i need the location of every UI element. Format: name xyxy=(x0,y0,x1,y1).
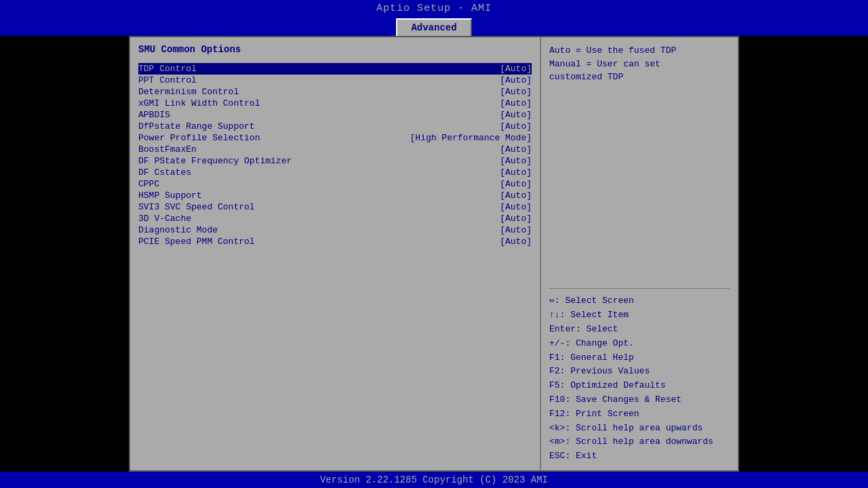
menu-row[interactable]: BoostFmaxEn[Auto] xyxy=(138,144,532,155)
key-help-line: ↑↓: Select Item xyxy=(549,308,730,323)
menu-item-label: PCIE Speed PMM Control xyxy=(138,237,500,247)
key-help-line: ⇔: Select Screen xyxy=(549,294,730,308)
key-help-line: F12: Print Screen xyxy=(549,407,730,422)
menu-row[interactable]: 3D V-Cache[Auto] xyxy=(138,213,532,224)
menu-item-value: [Auto] xyxy=(500,144,532,155)
menu-item-value: [Auto] xyxy=(500,87,532,97)
menu-item-value: [Auto] xyxy=(500,75,532,85)
menu-row[interactable]: PPT Control[Auto] xyxy=(138,75,532,86)
tab-advanced[interactable]: Advanced xyxy=(396,18,471,36)
menu-item-label: PPT Control xyxy=(138,75,500,85)
menu-item-label: DF Cstates xyxy=(138,167,500,178)
menu-item-value: [Auto] xyxy=(500,121,532,131)
help-line: Auto = Use the fused TDP xyxy=(549,44,730,58)
key-help-line: F10: Save Changes & Reset xyxy=(549,393,730,407)
menu-item-label: DF PState Frequency Optimizer xyxy=(138,156,500,166)
menu-item-label: DfPstate Range Support xyxy=(138,121,500,131)
key-help-line: F1: General Help xyxy=(549,351,730,365)
menu-item-label: BoostFmaxEn xyxy=(138,144,500,155)
menu-row[interactable]: HSMP Support[Auto] xyxy=(138,190,532,201)
menu-item-value: [Auto] xyxy=(500,214,532,224)
key-help-line: Enter: Select xyxy=(549,323,730,337)
key-help-line: <k>: Scroll help area upwards xyxy=(549,422,730,436)
menu-item-value: [Auto] xyxy=(500,237,532,247)
menu-row[interactable]: DF PState Frequency Optimizer[Auto] xyxy=(138,155,532,167)
app-title: Aptio Setup - AMI xyxy=(376,3,492,14)
menu-item-value: [Auto] xyxy=(500,64,532,74)
menu-item-label: Determinism Control xyxy=(138,87,500,97)
menu-row[interactable]: Power Profile Selection[High Performance… xyxy=(138,132,532,144)
menu-row[interactable]: PCIE Speed PMM Control[Auto] xyxy=(138,236,532,247)
help-line: customized TDP xyxy=(549,70,730,84)
menu-list: TDP Control[Auto]PPT Control[Auto]Determ… xyxy=(138,63,532,247)
menu-row[interactable]: CPPC[Auto] xyxy=(138,178,532,190)
menu-row[interactable]: xGMI Link Width Control[Auto] xyxy=(138,98,532,109)
menu-row[interactable]: Determinism Control[Auto] xyxy=(138,86,532,98)
help-line: Manual = User can set xyxy=(549,58,730,71)
footer-text: Version 2.22.1285 Copyright (C) 2023 AMI xyxy=(320,474,548,485)
menu-row[interactable]: DF Cstates[Auto] xyxy=(138,167,532,178)
menu-item-label: CPPC xyxy=(138,179,500,189)
key-help-line: <m>: Scroll help area downwards xyxy=(549,435,730,449)
footer: Version 2.22.1285 Copyright (C) 2023 AMI xyxy=(0,472,868,488)
menu-item-value: [Auto] xyxy=(500,190,532,201)
key-help: ⇔: Select Screen↑↓: Select ItemEnter: Se… xyxy=(549,294,730,464)
tab-bar: Advanced xyxy=(0,17,868,36)
menu-item-value: [Auto] xyxy=(500,110,532,120)
menu-item-label: Power Profile Selection xyxy=(138,133,410,143)
section-title: SMU Common Options xyxy=(138,44,532,55)
menu-item-value: [Auto] xyxy=(500,225,532,235)
menu-item-value: [High Performance Mode] xyxy=(410,133,532,143)
menu-row[interactable]: DfPstate Range Support[Auto] xyxy=(138,121,532,132)
title-bar: Aptio Setup - AMI xyxy=(0,0,868,17)
key-help-line: +/-: Change Opt. xyxy=(549,337,730,351)
menu-item-value: [Auto] xyxy=(500,179,532,189)
menu-item-value: [Auto] xyxy=(500,202,532,212)
menu-row[interactable]: SVI3 SVC Speed Control[Auto] xyxy=(138,201,532,213)
menu-item-label: TDP Control xyxy=(138,64,500,74)
help-text: Auto = Use the fused TDPManual = User ca… xyxy=(549,44,730,283)
key-help-line: ESC: Exit xyxy=(549,449,730,464)
menu-item-label: xGMI Link Width Control xyxy=(138,98,500,108)
left-panel: SMU Common Options TDP Control[Auto]PPT … xyxy=(130,37,541,470)
menu-row[interactable]: APBDIS[Auto] xyxy=(138,109,532,121)
menu-item-value: [Auto] xyxy=(500,98,532,108)
menu-item-label: APBDIS xyxy=(138,110,500,120)
divider xyxy=(549,288,730,289)
menu-item-label: SVI3 SVC Speed Control xyxy=(138,202,500,212)
menu-item-value: [Auto] xyxy=(500,167,532,178)
menu-row[interactable]: Diagnostic Mode[Auto] xyxy=(138,224,532,236)
menu-item-label: Diagnostic Mode xyxy=(138,225,500,235)
key-help-line: F2: Previous Values xyxy=(549,365,730,379)
menu-row[interactable]: TDP Control[Auto] xyxy=(138,63,532,75)
menu-item-label: HSMP Support xyxy=(138,190,500,201)
right-panel: Auto = Use the fused TDPManual = User ca… xyxy=(541,37,738,470)
menu-item-label: 3D V-Cache xyxy=(138,214,500,224)
main-content: SMU Common Options TDP Control[Auto]PPT … xyxy=(129,36,739,472)
key-help-line: F5: Optimized Defaults xyxy=(549,379,730,393)
menu-item-value: [Auto] xyxy=(500,156,532,166)
